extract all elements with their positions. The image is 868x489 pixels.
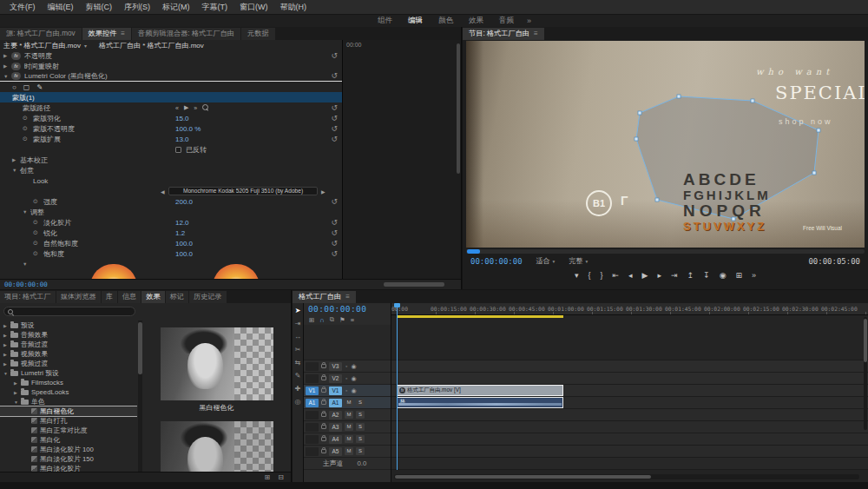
workspace-tab[interactable]: 效果 bbox=[461, 16, 491, 26]
twirl-icon[interactable]: ▼ bbox=[12, 168, 20, 173]
track-name-badge[interactable]: A4 bbox=[329, 435, 342, 444]
solo-button[interactable]: S bbox=[356, 447, 365, 455]
workspace-tab[interactable]: 音频 bbox=[491, 16, 522, 26]
saturation-row[interactable]: ⊙ 饱和度 100.0 ↺ bbox=[0, 248, 342, 259]
track-mask-play-icon[interactable]: ▶ bbox=[184, 104, 188, 111]
snap-icon[interactable]: ∩ bbox=[319, 316, 324, 324]
go-to-in-icon[interactable]: ⇤ bbox=[612, 271, 619, 280]
color-wheels-twirl-row[interactable]: ▼ bbox=[0, 259, 342, 269]
effect-controls-hscrollbar[interactable] bbox=[384, 282, 444, 287]
reset-icon[interactable]: ↺ bbox=[331, 125, 338, 133]
twirl-icon[interactable]: ▼ bbox=[23, 261, 30, 267]
program-scroll-handle[interactable] bbox=[467, 249, 480, 254]
mask-item-row[interactable]: 蒙版(1) bbox=[0, 92, 342, 102]
tree-item[interactable]: ▶ 预设 bbox=[0, 320, 137, 330]
menu-item[interactable]: 序列(S) bbox=[118, 2, 156, 13]
mask-path-row[interactable]: 蒙版路径 « ▶ » ↺ bbox=[0, 102, 342, 113]
tree-item[interactable]: 黑白淡化胶片 100 bbox=[0, 445, 137, 454]
audio-track-header[interactable]: A3 M S bbox=[304, 421, 391, 433]
rect-mask-icon[interactable]: ▢ bbox=[23, 83, 30, 91]
basic-correction-row[interactable]: ▶ 基本校正 bbox=[0, 155, 342, 165]
adjustments-row[interactable]: ▼ 调整 bbox=[0, 207, 342, 217]
panel-tab[interactable]: 源: 格式工厂自由.mov ≡ bbox=[0, 28, 82, 40]
video-track-lane[interactable]: fx bbox=[391, 360, 868, 373]
timeline-vscrollbar[interactable] bbox=[864, 317, 867, 430]
comparison-view-icon[interactable]: ⊞ bbox=[736, 271, 743, 280]
param-value[interactable]: 100.0 bbox=[175, 250, 193, 258]
panel-tab[interactable]: 库 bbox=[102, 291, 117, 303]
stopwatch-icon[interactable]: ⊙ bbox=[23, 125, 33, 132]
tree-item[interactable]: ▼ 单色 bbox=[0, 397, 137, 406]
param-value[interactable]: 12.0 bbox=[175, 219, 189, 227]
audio-track-lane[interactable] bbox=[391, 409, 868, 421]
reset-icon[interactable]: ↺ bbox=[331, 250, 338, 258]
zoom-tool-icon[interactable]: ◎ bbox=[295, 399, 301, 406]
master-track-header[interactable]: 主声道 0.0 bbox=[304, 458, 391, 470]
mute-button[interactable]: M bbox=[345, 411, 353, 419]
tree-item[interactable]: ▶ 视频效果 bbox=[0, 349, 137, 359]
mask-feather-row[interactable]: ⊙ 蒙版羽化 15.0 ↺ bbox=[0, 113, 342, 123]
program-video-frame[interactable]: who want SPECIAL shop now B1 Γ ABCDE FGH… bbox=[466, 41, 865, 248]
program-current-timecode[interactable]: 00:00:00:00 bbox=[470, 257, 523, 266]
mini-timeline-scrollbar[interactable] bbox=[457, 43, 460, 174]
master-clip-label[interactable]: 主要 * 格式工厂自由.mov bbox=[3, 41, 81, 50]
sequence-tab[interactable]: 格式工厂自由 ≡ bbox=[293, 291, 356, 303]
source-patch-badge[interactable] bbox=[306, 423, 319, 432]
track-name-badge[interactable]: A5 bbox=[329, 447, 342, 456]
go-to-out-icon[interactable]: ⇥ bbox=[671, 271, 678, 280]
twirl-icon[interactable]: ▼ bbox=[23, 209, 30, 215]
panel-menu-icon[interactable]: ≡ bbox=[345, 291, 350, 303]
reset-icon[interactable]: ↺ bbox=[331, 135, 338, 143]
mute-button[interactable]: M bbox=[345, 399, 353, 406]
reset-icon[interactable]: ↺ bbox=[331, 219, 338, 227]
track-output-icon[interactable]: ◉ bbox=[351, 375, 356, 382]
menu-item[interactable]: 窗口(W) bbox=[233, 2, 274, 13]
param-value[interactable]: 200.0 bbox=[175, 198, 193, 206]
intensity-row[interactable]: ⊙ 强度 200.0 ↺ bbox=[0, 196, 342, 207]
sync-lock-icon[interactable]: ◦ bbox=[345, 387, 347, 393]
stopwatch-icon[interactable]: ⊙ bbox=[33, 250, 43, 257]
effect-row-opacity[interactable]: ▶ fx 不透明度 ↺ bbox=[0, 50, 342, 61]
panel-tab[interactable]: 媒体浏览器 bbox=[56, 291, 101, 303]
track-output-icon[interactable]: ◉ bbox=[351, 387, 356, 394]
vibrance-row[interactable]: ⊙ 自然饱和度 100.0 ↺ bbox=[0, 238, 342, 248]
selection-tool-icon[interactable]: ➤ bbox=[295, 307, 301, 314]
solo-button[interactable]: S bbox=[356, 423, 365, 431]
twirl-icon[interactable]: ▼ bbox=[3, 371, 10, 376]
audio-track-header[interactable]: A4 M S bbox=[304, 433, 391, 446]
effect-controls-mini-timeline[interactable]: 00:00 bbox=[342, 40, 461, 279]
ellipse-mask-icon[interactable]: ○ bbox=[12, 83, 16, 91]
workspace-tab[interactable]: 颜色 bbox=[431, 16, 461, 26]
inverted-checkbox[interactable] bbox=[175, 147, 181, 153]
play-icon[interactable]: ▶ bbox=[642, 271, 648, 280]
panel-tab[interactable]: 标记 bbox=[166, 291, 188, 303]
panel-tab[interactable]: 音频剪辑混合器: 格式工厂自由 ≡ bbox=[132, 28, 240, 40]
twirl-icon[interactable]: ▶ bbox=[3, 323, 10, 328]
audio-track-lane[interactable] bbox=[391, 421, 868, 433]
tree-item[interactable]: 黑白淡化胶片 150 bbox=[0, 454, 137, 464]
menu-item[interactable]: 帮助(H) bbox=[274, 2, 313, 13]
source-patch-badge[interactable] bbox=[306, 435, 319, 444]
source-patch-badge[interactable] bbox=[306, 362, 319, 371]
reset-icon[interactable]: ↺ bbox=[331, 198, 338, 206]
program-time-ruler[interactable] bbox=[466, 249, 865, 254]
pen-mask-icon[interactable]: ✎ bbox=[36, 83, 43, 91]
reset-icon[interactable]: ↺ bbox=[331, 52, 338, 60]
lift-icon[interactable]: ↥ bbox=[687, 271, 694, 280]
mark-out-icon[interactable]: } bbox=[600, 271, 602, 280]
hand-tool-icon[interactable]: ✚ bbox=[295, 386, 301, 393]
solo-button[interactable]: S bbox=[356, 399, 365, 406]
source-patch-badge[interactable] bbox=[306, 411, 319, 420]
source-patch-badge[interactable]: A1 bbox=[306, 399, 319, 407]
track-lock-icon[interactable] bbox=[321, 437, 326, 441]
panel-menu-icon[interactable]: ≡ bbox=[121, 28, 125, 40]
track-mask-backward-icon[interactable]: « bbox=[175, 105, 179, 111]
reset-icon[interactable]: ↺ bbox=[331, 72, 338, 80]
twirl-icon[interactable]: ▶ bbox=[12, 157, 20, 162]
panel-menu-icon[interactable]: ≡ bbox=[534, 28, 538, 40]
add-marker-icon[interactable]: ▾ bbox=[575, 271, 579, 280]
new-bin-icon[interactable]: ⊞ bbox=[265, 473, 271, 481]
extract-icon[interactable]: ↧ bbox=[703, 271, 710, 280]
tree-item[interactable]: ▼ Lumetri 预设 bbox=[0, 368, 137, 378]
search-input[interactable] bbox=[3, 307, 135, 316]
